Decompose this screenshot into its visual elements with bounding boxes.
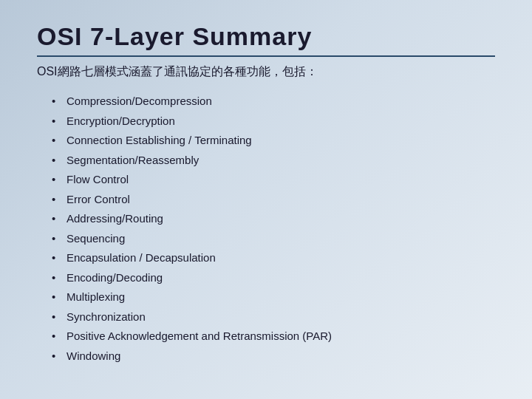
list-item: Connection Establishing / Terminating xyxy=(52,131,495,151)
list-item: Positive Acknowledgement and Retransmiss… xyxy=(52,327,495,347)
list-item: Addressing/Routing xyxy=(52,209,495,229)
slide: OSI 7-Layer Summary OSI網路七層模式涵蓋了通訊協定的各種功… xyxy=(0,0,532,399)
title-underline xyxy=(37,55,495,57)
list-item: Encryption/Decryption xyxy=(52,112,495,132)
slide-title: OSI 7-Layer Summary xyxy=(37,22,495,51)
bullet-list: Compression/DecompressionEncryption/Decr… xyxy=(52,92,495,366)
title-area: OSI 7-Layer Summary OSI網路七層模式涵蓋了通訊協定的各種功… xyxy=(37,22,495,80)
slide-subtitle: OSI網路七層模式涵蓋了通訊協定的各種功能，包括： xyxy=(37,64,495,80)
list-item: Windowing xyxy=(52,347,495,366)
list-item: Encoding/Decoding xyxy=(52,268,495,288)
list-item: Sequencing xyxy=(52,229,495,249)
list-item: Encapsulation / Decapsulation xyxy=(52,248,495,268)
list-item: Compression/Decompression xyxy=(52,92,495,112)
list-item: Flow Control xyxy=(52,170,495,190)
list-item: Segmentation/Reassembly xyxy=(52,151,495,171)
list-item: Synchronization xyxy=(52,307,495,327)
content-area: Compression/DecompressionEncryption/Decr… xyxy=(37,92,495,366)
list-item: Error Control xyxy=(52,190,495,210)
list-item: Multiplexing xyxy=(52,287,495,307)
